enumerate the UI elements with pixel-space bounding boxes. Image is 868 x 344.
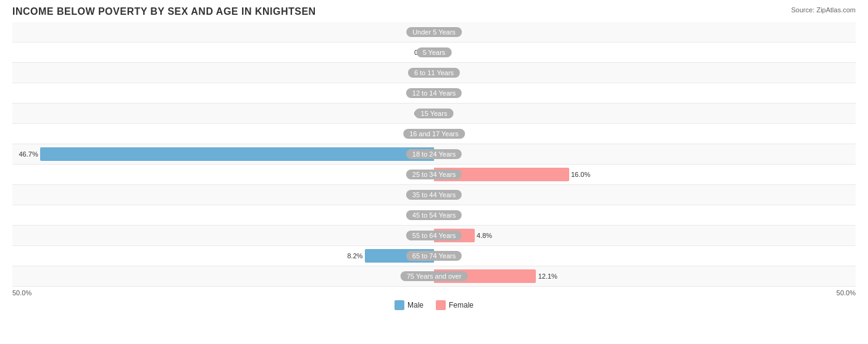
bar-row: 0.0%0.0%6 to 11 Years — [12, 63, 856, 83]
axis-left: 50.0% — [12, 289, 434, 297]
male-legend-box — [394, 300, 404, 310]
right-section: 0.0% — [434, 144, 856, 164]
bar-row: 0.0%0.0%15 Years — [12, 104, 856, 124]
male-value: 46.7% — [19, 150, 38, 158]
right-section: 0.0% — [434, 63, 856, 83]
left-section: 0.0% — [12, 83, 434, 103]
legend-male: Male — [394, 300, 424, 310]
left-section: 0.0% — [12, 165, 434, 184]
legend-row: Male Female — [12, 300, 856, 310]
axis-right: 50.0% — [434, 289, 856, 297]
female-legend-label: Female — [449, 301, 474, 309]
bar-row: 0.0%12.1%75 Years and over — [12, 266, 856, 287]
center-label: 15 Years — [415, 109, 454, 118]
male-legend-label: Male — [407, 301, 424, 309]
left-section: 0.0% — [12, 226, 434, 245]
bar-row: 0.0%0.0%Under 5 Years — [12, 22, 856, 43]
left-section: 46.7% — [12, 144, 434, 164]
bar-row: 0.0%0.0%35 to 44 Years — [12, 185, 856, 205]
right-section: 0.0% — [434, 22, 856, 42]
right-section: 0.0% — [434, 205, 856, 225]
bar-row: 0.0%4.8%55 to 64 Years — [12, 226, 856, 246]
center-label: 12 to 14 Years — [406, 88, 462, 98]
left-section: 0.0% — [12, 43, 434, 62]
center-label: 6 to 11 Years — [408, 68, 460, 78]
center-label: 18 to 24 Years — [406, 149, 462, 159]
center-label: 5 Years — [417, 47, 452, 57]
left-section: 0.0% — [12, 63, 434, 83]
left-section: 0.0% — [12, 104, 434, 123]
female-legend-box — [436, 300, 446, 310]
title-row: INCOME BELOW POVERTY BY SEX AND AGE IN K… — [12, 6, 856, 17]
bar-row: 46.7%0.0%18 to 24 Years — [12, 144, 856, 165]
bar-row: 0.0%0.0%45 to 54 Years — [12, 205, 856, 226]
left-section: 0.0% — [12, 22, 434, 42]
center-label: Under 5 Years — [406, 27, 462, 37]
female-value: 4.8% — [477, 232, 492, 239]
right-section: 16.0% — [434, 165, 856, 184]
legend-female: Female — [436, 300, 474, 310]
center-label: 55 to 64 Years — [406, 231, 462, 240]
left-section: 0.0% — [12, 266, 434, 286]
right-section: 0.0% — [434, 246, 856, 266]
center-label: 35 to 44 Years — [406, 190, 462, 200]
bar-row: 8.2%0.0%65 to 74 Years — [12, 246, 856, 266]
left-section: 0.0% — [12, 185, 434, 205]
chart-container: INCOME BELOW POVERTY BY SEX AND AGE IN K… — [0, 0, 868, 344]
center-label: 45 to 54 Years — [406, 210, 462, 220]
source-text: Source: ZipAtlas.com — [791, 6, 856, 14]
right-section: 0.0% — [434, 43, 856, 62]
bar-row: 0.0%0.0%12 to 14 Years — [12, 83, 856, 104]
right-section: 0.0% — [434, 83, 856, 103]
right-section: 0.0% — [434, 104, 856, 123]
center-label: 25 to 34 Years — [406, 170, 462, 179]
bar-row: 0.0%0.0%5 Years — [12, 43, 856, 63]
center-label: 16 and 17 Years — [403, 129, 465, 139]
chart-title: INCOME BELOW POVERTY BY SEX AND AGE IN K… — [12, 6, 316, 17]
center-label: 75 Years and over — [401, 271, 468, 281]
right-section: 12.1% — [434, 266, 856, 286]
left-section: 0.0% — [12, 205, 434, 225]
bar-row: 0.0%16.0%25 to 34 Years — [12, 165, 856, 185]
right-section: 0.0% — [434, 185, 856, 205]
left-section: 8.2% — [12, 246, 434, 266]
female-value: 12.1% — [538, 272, 557, 280]
male-value: 8.2% — [348, 252, 363, 260]
male-bar — [40, 147, 434, 161]
right-section: 0.0% — [434, 124, 856, 144]
right-section: 4.8% — [434, 226, 856, 245]
bar-row: 0.0%0.0%16 and 17 Years — [12, 124, 856, 144]
female-value: 16.0% — [571, 171, 590, 178]
chart-area: 0.0%0.0%Under 5 Years0.0%0.0%5 Years0.0%… — [12, 22, 856, 287]
center-label: 65 to 74 Years — [406, 251, 462, 261]
left-section: 0.0% — [12, 124, 434, 144]
axis-row: 50.0% 50.0% — [12, 289, 856, 297]
